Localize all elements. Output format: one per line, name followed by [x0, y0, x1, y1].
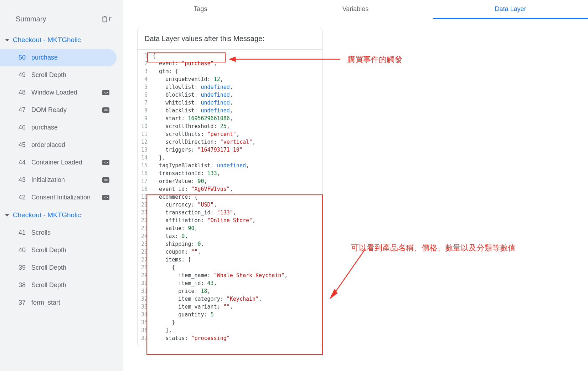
event-label: purchase	[31, 54, 109, 61]
event-number: 37	[16, 299, 26, 306]
event-item[interactable]: 39Scroll Depth	[0, 259, 117, 276]
main-content: Tags Variables Data Layer Data Layer val…	[123, 0, 588, 371]
svg-rect-0	[109, 17, 110, 21]
event-item[interactable]: 49Scroll Depth	[0, 66, 117, 84]
event-label: Scroll Depth	[31, 71, 109, 79]
group-title: Checkout - MKTGholic	[13, 36, 81, 44]
summary-title: Summary	[16, 15, 46, 23]
event-item[interactable]: 45orderplaced	[0, 136, 117, 154]
event-label: DOM Ready	[31, 106, 99, 114]
annotation-text-2: 可以看到產品名稱、價格、數量以及分類等數值	[351, 243, 516, 253]
annotation-arrow-2	[326, 243, 372, 300]
event-number: 43	[16, 176, 26, 184]
event-label: Initialization	[31, 176, 99, 184]
event-item[interactable]: 38Scroll Depth	[0, 276, 117, 294]
code-badge-icon: <>	[102, 160, 109, 165]
event-number: 41	[16, 229, 26, 237]
event-number: 38	[16, 281, 26, 289]
event-label: Consent Initialization	[31, 194, 99, 201]
event-label: Window Loaded	[31, 89, 99, 96]
sidebar: Summary Checkout - MKTGholic50purchase49…	[0, 0, 123, 371]
event-label: Scroll Depth	[31, 264, 109, 271]
event-number: 46	[16, 124, 26, 131]
event-item[interactable]: 48Window Loaded<>	[0, 84, 117, 101]
event-number: 45	[16, 141, 26, 149]
event-label: purchase	[31, 124, 109, 131]
code-content: { event: "purchase", gtm: { uniqueEventI…	[151, 50, 291, 346]
code-badge-icon: <>	[102, 90, 109, 95]
event-number: 40	[16, 247, 26, 254]
code-badge-icon: <>	[102, 107, 109, 113]
event-label: orderplaced	[31, 141, 109, 149]
svg-rect-1	[109, 17, 112, 17]
event-number: 44	[16, 159, 26, 166]
event-number: 42	[16, 194, 26, 201]
event-item[interactable]: 44Container Loaded<>	[0, 154, 117, 171]
event-label: Container Loaded	[31, 159, 99, 166]
panel-title: Data Layer values after this Message:	[138, 28, 322, 50]
event-item[interactable]: 42Consent Initialization<>	[0, 189, 117, 206]
event-item[interactable]: 40Scroll Depth	[0, 242, 117, 259]
event-item[interactable]: 41Scrolls	[0, 224, 117, 242]
code-badge-icon: <>	[102, 195, 109, 200]
svg-line-4	[332, 249, 365, 296]
code-badge-icon: <>	[102, 177, 109, 183]
event-item[interactable]: 46purchase	[0, 119, 117, 136]
event-item[interactable]: 43Initialization<>	[0, 171, 117, 189]
event-label: Scroll Depth	[31, 247, 109, 254]
event-label: Scroll Depth	[31, 281, 109, 289]
tab-variables[interactable]: Variables	[278, 0, 433, 19]
event-item[interactable]: 47DOM Ready<>	[0, 101, 117, 119]
event-number: 47	[16, 106, 26, 114]
event-item[interactable]: 37form_start	[0, 294, 117, 311]
event-number: 49	[16, 71, 26, 79]
group-title: Checkout - MKTGholic	[13, 211, 81, 219]
svg-marker-5	[330, 289, 337, 299]
event-item[interactable]: 50purchase	[0, 49, 117, 66]
tab-data-layer[interactable]: Data Layer	[433, 0, 588, 19]
event-label: Scrolls	[31, 229, 109, 237]
event-number: 48	[16, 89, 26, 96]
event-number: 39	[16, 264, 26, 271]
data-layer-panel: Data Layer values after this Message: 12…	[137, 28, 323, 346]
event-number: 50	[16, 54, 26, 61]
caret-down-icon	[5, 214, 9, 217]
tab-tags[interactable]: Tags	[123, 0, 278, 19]
tabs: Tags Variables Data Layer	[123, 0, 588, 19]
group-header[interactable]: Checkout - MKTGholic	[0, 206, 123, 224]
code-block: 1234567891011121314151617181920212223242…	[138, 50, 322, 346]
clear-events-button[interactable]	[101, 15, 112, 23]
annotation-text-1: 購買事件的觸發	[347, 54, 402, 65]
group-header[interactable]: Checkout - MKTGholic	[0, 31, 123, 49]
event-label: form_start	[31, 299, 109, 306]
line-gutter: 1234567891011121314151617181920212223242…	[138, 50, 151, 346]
caret-down-icon	[5, 39, 9, 41]
